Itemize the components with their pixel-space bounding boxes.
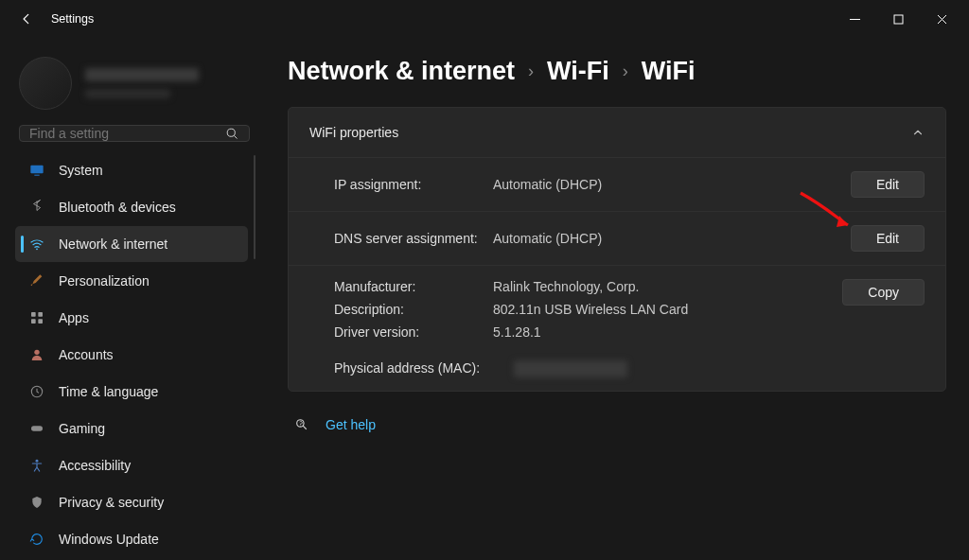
- sidebar-item-apps[interactable]: Apps: [15, 300, 248, 336]
- system-icon: [28, 162, 45, 179]
- svg-rect-12: [31, 426, 43, 430]
- breadcrumb-network[interactable]: Network & internet: [288, 57, 515, 86]
- svg-point-10: [34, 350, 39, 355]
- sidebar-item-label: System: [59, 163, 103, 178]
- page-title: WiFi: [642, 57, 696, 86]
- update-icon: [28, 531, 45, 548]
- sidebar-item-label: Windows Update: [59, 532, 159, 547]
- mac-value-redacted: [514, 360, 627, 377]
- mac-label: Physical address (MAC):: [334, 360, 514, 377]
- sidebar-item-privacy[interactable]: Privacy & security: [15, 484, 248, 520]
- sidebar-item-time[interactable]: Time & language: [15, 374, 248, 410]
- driver-version-label: Driver version:: [334, 324, 493, 340]
- dns-assignment-value: Automatic (DHCP): [493, 231, 851, 246]
- svg-rect-7: [38, 312, 43, 317]
- profile-email-redacted: [85, 89, 170, 98]
- description-value: 802.11n USB Wireless LAN Card: [493, 302, 842, 317]
- driver-version-value: 5.1.28.1: [493, 324, 842, 340]
- svg-rect-9: [38, 319, 43, 324]
- sidebar-item-update[interactable]: Windows Update: [15, 521, 248, 557]
- chevron-right-icon: ›: [623, 61, 628, 81]
- sidebar-item-label: Network & internet: [59, 236, 167, 252]
- svg-point-15: [299, 425, 300, 426]
- content-area: Network & internet › Wi-Fi › WiFi WiFi p…: [265, 38, 969, 560]
- profile-name-redacted: [85, 68, 199, 81]
- bluetooth-icon: [28, 199, 45, 216]
- manufacturer-label: Manufacturer:: [334, 279, 493, 294]
- breadcrumb-wifi[interactable]: Wi-Fi: [547, 57, 609, 86]
- chevron-right-icon: ›: [528, 61, 534, 81]
- ip-assignment-label: IP assignment:: [334, 177, 493, 192]
- ip-assignment-row: IP assignment: Automatic (DHCP) Edit: [289, 158, 945, 211]
- sidebar-item-gaming[interactable]: Gaming: [15, 411, 248, 446]
- svg-point-2: [227, 129, 235, 136]
- profile-block[interactable]: [19, 57, 250, 110]
- breadcrumb: Network & internet › Wi-Fi › WiFi: [288, 57, 946, 86]
- sidebar-item-label: Apps: [59, 310, 89, 325]
- dns-assignment-row: DNS server assignment: Automatic (DHCP) …: [289, 212, 945, 265]
- svg-rect-0: [850, 19, 860, 20]
- sidebar-item-label: Accounts: [59, 347, 114, 362]
- sidebar-item-label: Accessibility: [59, 458, 131, 473]
- person-icon: [28, 346, 45, 363]
- wifi-properties-card: WiFi properties IP assignment: Automatic…: [288, 107, 946, 392]
- card-header[interactable]: WiFi properties: [289, 108, 945, 157]
- svg-point-5: [36, 248, 38, 250]
- ip-assignment-value: Automatic (DHCP): [493, 177, 851, 192]
- svg-rect-1: [894, 15, 903, 24]
- window-maximize-button[interactable]: [876, 0, 920, 38]
- sidebar-item-label: Bluetooth & devices: [59, 200, 176, 215]
- adapter-info-row: Manufacturer: Ralink Technology, Corp. D…: [289, 266, 945, 391]
- shield-icon: [28, 494, 45, 511]
- nav-list: System Bluetooth & devices Network & int…: [11, 151, 257, 558]
- accessibility-icon: [28, 457, 45, 474]
- sidebar-item-system[interactable]: System: [15, 152, 248, 188]
- search-input[interactable]: [29, 126, 225, 141]
- sidebar-item-label: Time & language: [59, 384, 158, 399]
- back-button[interactable]: [13, 12, 40, 26]
- avatar: [19, 57, 72, 110]
- brush-icon: [28, 272, 45, 289]
- sidebar-item-label: Personalization: [59, 273, 150, 289]
- sidebar-item-network[interactable]: Network & internet: [15, 226, 248, 262]
- description-label: Description:: [334, 302, 493, 317]
- svg-rect-8: [31, 319, 36, 324]
- sidebar-item-accounts[interactable]: Accounts: [15, 337, 248, 373]
- svg-rect-4: [34, 175, 39, 176]
- svg-rect-6: [31, 312, 36, 317]
- sidebar-item-accessibility[interactable]: Accessibility: [15, 447, 248, 483]
- help-icon: [293, 416, 310, 433]
- svg-rect-3: [30, 166, 43, 174]
- card-title: WiFi properties: [309, 125, 398, 140]
- sidebar-item-label: Gaming: [59, 421, 105, 436]
- sidebar-item-bluetooth[interactable]: Bluetooth & devices: [15, 189, 248, 225]
- sidebar: System Bluetooth & devices Network & int…: [0, 38, 265, 560]
- get-help-link[interactable]: Get help: [326, 417, 376, 432]
- copy-button[interactable]: Copy: [842, 279, 925, 306]
- window-minimize-button[interactable]: [833, 0, 876, 38]
- window-close-button[interactable]: [920, 0, 963, 38]
- dns-assignment-label: DNS server assignment:: [334, 231, 493, 246]
- app-title: Settings: [51, 12, 94, 26]
- edit-ip-button[interactable]: Edit: [851, 171, 925, 198]
- search-box[interactable]: [19, 125, 250, 142]
- manufacturer-value: Ralink Technology, Corp.: [493, 279, 842, 294]
- wifi-icon: [28, 236, 45, 253]
- chevron-up-icon: [911, 126, 925, 139]
- titlebar: Settings: [0, 0, 969, 38]
- edit-dns-button[interactable]: Edit: [851, 225, 925, 252]
- sidebar-item-label: Privacy & security: [59, 495, 164, 510]
- help-row: Get help: [293, 416, 946, 433]
- apps-icon: [28, 309, 45, 326]
- search-icon: [225, 127, 239, 141]
- gamepad-icon: [28, 420, 45, 437]
- sidebar-item-personalization[interactable]: Personalization: [15, 263, 248, 299]
- svg-point-13: [36, 460, 39, 463]
- clock-icon: [28, 383, 45, 400]
